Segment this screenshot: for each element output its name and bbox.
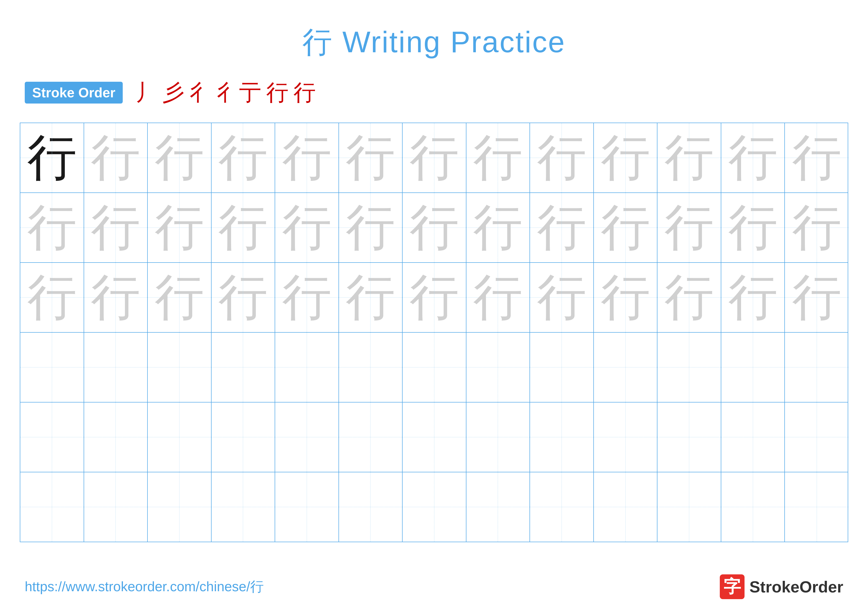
grid-cell-r6-c11[interactable] <box>657 473 721 542</box>
grid-cell-r3-c12[interactable]: 行 <box>721 263 785 332</box>
grid-cell-r5-c7[interactable] <box>403 403 467 472</box>
grid-cell-r4-c9[interactable] <box>530 333 594 402</box>
grid-cell-r4-c3[interactable] <box>148 333 212 402</box>
char-light: 行 <box>91 273 140 322</box>
practice-grid: 行 行 行 行 行 行 行 行 行 行 行 行 <box>20 123 848 542</box>
grid-cell-r3-c9[interactable]: 行 <box>530 263 594 332</box>
grid-cell-r6-c5[interactable] <box>275 473 339 542</box>
grid-cell-r6-c8[interactable] <box>467 473 530 542</box>
grid-cell-r3-c13[interactable]: 行 <box>785 263 849 332</box>
grid-cell-r1-c13[interactable]: 行 <box>785 123 849 193</box>
grid-cell-r2-c1[interactable]: 行 <box>20 193 84 262</box>
grid-cell-r5-c2[interactable] <box>84 403 148 472</box>
grid-cell-r4-c13[interactable] <box>785 333 849 402</box>
grid-cell-r2-c6[interactable]: 行 <box>339 193 403 262</box>
grid-cell-r4-c4[interactable] <box>212 333 275 402</box>
grid-cell-r4-c7[interactable] <box>403 333 467 402</box>
char-light: 行 <box>728 133 778 183</box>
grid-cell-r5-c12[interactable] <box>721 403 785 472</box>
char-light: 行 <box>473 273 522 322</box>
grid-cell-r1-c2[interactable]: 行 <box>84 123 148 193</box>
char-light: 行 <box>664 203 714 252</box>
grid-cell-r3-c2[interactable]: 行 <box>84 263 148 332</box>
grid-cell-r6-c2[interactable] <box>84 473 148 542</box>
grid-cell-r5-c11[interactable] <box>657 403 721 472</box>
grid-cell-r4-c8[interactable] <box>467 333 530 402</box>
grid-cell-r1-c5[interactable]: 行 <box>275 123 339 193</box>
grid-cell-r5-c5[interactable] <box>275 403 339 472</box>
grid-cell-r1-c4[interactable]: 行 <box>212 123 275 193</box>
grid-cell-r6-c13[interactable] <box>785 473 849 542</box>
grid-cell-r3-c8[interactable]: 行 <box>467 263 530 332</box>
grid-cell-r4-c6[interactable] <box>339 333 403 402</box>
grid-cell-r2-c3[interactable]: 行 <box>148 193 212 262</box>
grid-cell-r5-c3[interactable] <box>148 403 212 472</box>
char-light: 行 <box>728 273 778 322</box>
grid-cell-r1-c6[interactable]: 行 <box>339 123 403 193</box>
grid-cell-r6-c7[interactable] <box>403 473 467 542</box>
grid-cell-r5-c4[interactable] <box>212 403 275 472</box>
grid-cell-r4-c11[interactable] <box>657 333 721 402</box>
grid-cell-r2-c7[interactable]: 行 <box>403 193 467 262</box>
grid-cell-r1-c8[interactable]: 行 <box>467 123 530 193</box>
char-light: 行 <box>792 203 842 252</box>
char-light: 行 <box>601 133 650 183</box>
grid-cell-r4-c2[interactable] <box>84 333 148 402</box>
char-light: 行 <box>473 133 522 183</box>
grid-cell-r6-c4[interactable] <box>212 473 275 542</box>
grid-cell-r1-c10[interactable]: 行 <box>594 123 658 193</box>
char-light: 行 <box>91 203 140 252</box>
grid-cell-r6-c12[interactable] <box>721 473 785 542</box>
grid-cell-r3-c1[interactable]: 行 <box>20 263 84 332</box>
grid-cell-r2-c2[interactable]: 行 <box>84 193 148 262</box>
grid-cell-r3-c5[interactable]: 行 <box>275 263 339 332</box>
grid-cell-r6-c1[interactable] <box>20 473 84 542</box>
stroke-sequence: 丿 彡 彳 彳亍 行 行 <box>135 78 316 108</box>
grid-cell-r1-c12[interactable]: 行 <box>721 123 785 193</box>
grid-cell-r1-c11[interactable]: 行 <box>657 123 721 193</box>
grid-cell-r3-c4[interactable]: 行 <box>212 263 275 332</box>
grid-cell-r6-c9[interactable] <box>530 473 594 542</box>
grid-cell-r1-c9[interactable]: 行 <box>530 123 594 193</box>
grid-cell-r3-c6[interactable]: 行 <box>339 263 403 332</box>
grid-cell-r3-c3[interactable]: 行 <box>148 263 212 332</box>
stroke-2: 彡 <box>162 78 184 108</box>
grid-cell-r5-c8[interactable] <box>467 403 530 472</box>
grid-cell-r2-c9[interactable]: 行 <box>530 193 594 262</box>
grid-cell-r5-c1[interactable] <box>20 403 84 472</box>
char-light: 行 <box>728 203 778 252</box>
grid-cell-r3-c7[interactable]: 行 <box>403 263 467 332</box>
grid-cell-r2-c11[interactable]: 行 <box>657 193 721 262</box>
grid-row-2: 行 行 行 行 行 行 行 行 行 行 行 行 <box>20 193 848 263</box>
grid-cell-r5-c10[interactable] <box>594 403 658 472</box>
char-light: 行 <box>91 133 140 183</box>
grid-cell-r2-c13[interactable]: 行 <box>785 193 849 262</box>
char-light: 行 <box>27 203 77 252</box>
grid-cell-r2-c10[interactable]: 行 <box>594 193 658 262</box>
grid-cell-r4-c10[interactable] <box>594 333 658 402</box>
char-light: 行 <box>346 203 395 252</box>
char-light: 行 <box>664 273 714 322</box>
grid-cell-r2-c12[interactable]: 行 <box>721 193 785 262</box>
grid-cell-r1-c3[interactable]: 行 <box>148 123 212 193</box>
grid-cell-r5-c6[interactable] <box>339 403 403 472</box>
grid-cell-r4-c5[interactable] <box>275 333 339 402</box>
grid-row-4 <box>20 333 848 403</box>
grid-cell-r3-c11[interactable]: 行 <box>657 263 721 332</box>
grid-cell-r3-c10[interactable]: 行 <box>594 263 658 332</box>
grid-cell-r1-c7[interactable]: 行 <box>403 123 467 193</box>
grid-cell-r2-c4[interactable]: 行 <box>212 193 275 262</box>
grid-cell-r2-c8[interactable]: 行 <box>467 193 530 262</box>
grid-cell-r4-c12[interactable] <box>721 333 785 402</box>
footer-url[interactable]: https://www.strokeorder.com/chinese/行 <box>25 578 264 596</box>
grid-cell-r6-c6[interactable] <box>339 473 403 542</box>
grid-cell-r5-c9[interactable] <box>530 403 594 472</box>
grid-cell-r1-c1[interactable]: 行 <box>20 123 84 193</box>
grid-cell-r4-c1[interactable] <box>20 333 84 402</box>
char-light: 行 <box>282 273 332 322</box>
grid-cell-r5-c13[interactable] <box>785 403 849 472</box>
grid-row-5 <box>20 403 848 473</box>
grid-cell-r6-c3[interactable] <box>148 473 212 542</box>
grid-cell-r2-c5[interactable]: 行 <box>275 193 339 262</box>
grid-cell-r6-c10[interactable] <box>594 473 658 542</box>
